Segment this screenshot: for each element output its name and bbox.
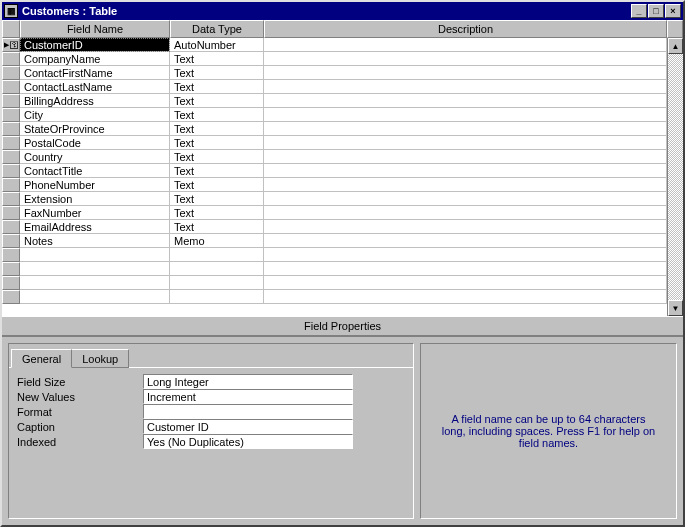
row-selector[interactable] xyxy=(2,290,20,304)
field-name-cell[interactable]: ContactTitle xyxy=(20,164,170,178)
description-cell[interactable] xyxy=(264,150,667,164)
description-cell[interactable] xyxy=(264,80,667,94)
field-name-cell[interactable]: CompanyName xyxy=(20,52,170,66)
data-type-cell[interactable]: Text xyxy=(170,192,264,206)
row-selector[interactable] xyxy=(2,234,20,248)
description-cell[interactable] xyxy=(264,122,667,136)
scroll-track[interactable] xyxy=(668,54,683,300)
row-selector[interactable] xyxy=(2,178,20,192)
table-row[interactable] xyxy=(2,276,667,290)
description-cell[interactable] xyxy=(264,220,667,234)
field-name-cell[interactable]: FaxNumber xyxy=(20,206,170,220)
field-name-cell[interactable]: PhoneNumber xyxy=(20,178,170,192)
data-type-cell[interactable] xyxy=(170,262,264,276)
field-name-cell[interactable]: ContactFirstName xyxy=(20,66,170,80)
row-selector[interactable] xyxy=(2,108,20,122)
row-selector[interactable] xyxy=(2,94,20,108)
property-value[interactable]: Increment xyxy=(143,389,353,404)
description-cell[interactable] xyxy=(264,206,667,220)
property-value[interactable]: Long Integer xyxy=(143,374,353,389)
data-type-cell[interactable]: Text xyxy=(170,66,264,80)
data-type-cell[interactable]: AutoNumber xyxy=(170,38,264,52)
row-selector[interactable] xyxy=(2,66,20,80)
vertical-scrollbar[interactable]: ▲ ▼ xyxy=(667,38,683,316)
grid-rows[interactable]: ⚿CustomerIDAutoNumberCompanyNameTextCont… xyxy=(2,38,667,316)
row-selector[interactable] xyxy=(2,206,20,220)
data-type-cell[interactable] xyxy=(170,290,264,304)
description-cell[interactable] xyxy=(264,290,667,304)
property-value[interactable]: Customer ID xyxy=(143,419,353,434)
row-selector[interactable] xyxy=(2,248,20,262)
field-name-cell[interactable]: PostalCode xyxy=(20,136,170,150)
table-row[interactable]: PhoneNumberText xyxy=(2,178,667,192)
property-value[interactable] xyxy=(143,404,353,419)
tab-general[interactable]: General xyxy=(11,349,72,368)
minimize-button[interactable]: _ xyxy=(631,4,647,18)
system-menu-icon[interactable]: ▦ xyxy=(4,4,18,18)
field-name-cell[interactable]: ContactLastName xyxy=(20,80,170,94)
description-cell[interactable] xyxy=(264,164,667,178)
close-button[interactable]: × xyxy=(665,4,681,18)
scroll-up-icon[interactable]: ▲ xyxy=(668,38,683,54)
table-row[interactable]: ExtensionText xyxy=(2,192,667,206)
field-name-cell[interactable] xyxy=(20,248,170,262)
table-row[interactable]: ContactFirstNameText xyxy=(2,66,667,80)
description-cell[interactable] xyxy=(264,276,667,290)
data-type-cell[interactable]: Text xyxy=(170,122,264,136)
row-selector[interactable] xyxy=(2,150,20,164)
table-row[interactable]: CityText xyxy=(2,108,667,122)
table-row[interactable]: EmailAddressText xyxy=(2,220,667,234)
header-description[interactable]: Description xyxy=(264,20,667,38)
row-selector[interactable] xyxy=(2,136,20,150)
title-bar[interactable]: ▦ Customers : Table _ □ × xyxy=(2,2,683,20)
table-row[interactable]: CompanyNameText xyxy=(2,52,667,66)
table-row[interactable] xyxy=(2,262,667,276)
table-row[interactable]: FaxNumberText xyxy=(2,206,667,220)
field-name-cell[interactable]: CustomerID xyxy=(20,38,170,52)
row-selector[interactable] xyxy=(2,262,20,276)
field-name-cell[interactable]: BillingAddress xyxy=(20,94,170,108)
field-name-cell[interactable]: Notes xyxy=(20,234,170,248)
table-row[interactable] xyxy=(2,290,667,304)
data-type-cell[interactable]: Text xyxy=(170,206,264,220)
row-selector[interactable] xyxy=(2,192,20,206)
table-row[interactable] xyxy=(2,248,667,262)
header-fieldname[interactable]: Field Name xyxy=(20,20,170,38)
scroll-down-icon[interactable]: ▼ xyxy=(668,300,683,316)
data-type-cell[interactable]: Text xyxy=(170,220,264,234)
field-name-cell[interactable] xyxy=(20,262,170,276)
data-type-cell[interactable] xyxy=(170,276,264,290)
field-name-cell[interactable] xyxy=(20,276,170,290)
data-type-cell[interactable]: Text xyxy=(170,94,264,108)
description-cell[interactable] xyxy=(264,178,667,192)
data-type-cell[interactable]: Text xyxy=(170,164,264,178)
data-type-cell[interactable]: Text xyxy=(170,108,264,122)
data-type-cell[interactable] xyxy=(170,248,264,262)
table-row[interactable]: ⚿CustomerIDAutoNumber xyxy=(2,38,667,52)
row-selector[interactable] xyxy=(2,276,20,290)
row-selector[interactable] xyxy=(2,80,20,94)
table-row[interactable]: ContactTitleText xyxy=(2,164,667,178)
data-type-cell[interactable]: Text xyxy=(170,150,264,164)
header-rowselector[interactable] xyxy=(2,20,20,38)
description-cell[interactable] xyxy=(264,192,667,206)
data-type-cell[interactable]: Text xyxy=(170,178,264,192)
tab-lookup[interactable]: Lookup xyxy=(71,349,129,368)
description-cell[interactable] xyxy=(264,108,667,122)
data-type-cell[interactable]: Memo xyxy=(170,234,264,248)
table-row[interactable]: NotesMemo xyxy=(2,234,667,248)
description-cell[interactable] xyxy=(264,52,667,66)
field-name-cell[interactable]: Country xyxy=(20,150,170,164)
field-name-cell[interactable] xyxy=(20,290,170,304)
description-cell[interactable] xyxy=(264,94,667,108)
row-selector[interactable]: ⚿ xyxy=(2,38,20,52)
row-selector[interactable] xyxy=(2,164,20,178)
table-row[interactable]: ContactLastNameText xyxy=(2,80,667,94)
field-name-cell[interactable]: City xyxy=(20,108,170,122)
description-cell[interactable] xyxy=(264,234,667,248)
maximize-button[interactable]: □ xyxy=(648,4,664,18)
description-cell[interactable] xyxy=(264,136,667,150)
field-name-cell[interactable]: Extension xyxy=(20,192,170,206)
description-cell[interactable] xyxy=(264,262,667,276)
data-type-cell[interactable]: Text xyxy=(170,80,264,94)
